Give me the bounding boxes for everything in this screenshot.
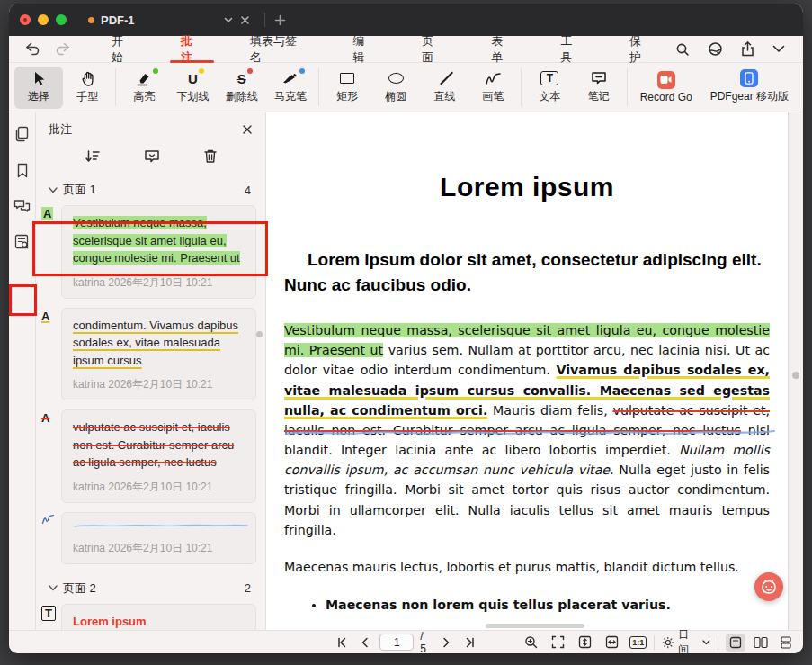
collapse-toolbar-chevron-icon[interactable]	[772, 45, 785, 53]
continuous-scroll-view-button[interactable]	[776, 634, 796, 652]
new-tab-button[interactable]	[271, 11, 290, 30]
ellipse-tool-button[interactable]: 椭圆	[371, 67, 420, 109]
chevron-down-icon	[702, 640, 710, 645]
tab-tools[interactable]: 工具	[537, 36, 606, 63]
highlight-annotation-icon: A	[41, 207, 53, 220]
strikeout-tool-button[interactable]: S 删除线	[218, 67, 266, 109]
fit-height-icon[interactable]	[576, 634, 593, 652]
highlight-tool-button[interactable]: 高亮	[120, 67, 168, 109]
fit-width-icon[interactable]	[602, 634, 620, 652]
globe-icon[interactable]	[708, 41, 723, 57]
tab-annotate[interactable]: 批注	[157, 36, 227, 63]
vertical-scrollbar-thumb[interactable]	[792, 372, 799, 379]
hand-tool-button[interactable]: 手型	[63, 67, 112, 109]
tab-home[interactable]: 开始	[88, 36, 157, 63]
pdf-page: Lorem ipsum Lorem ipsum dolor sit amet, …	[266, 112, 789, 630]
sidebar-rail	[9, 112, 36, 630]
text-box-icon: T	[540, 71, 558, 85]
zoom-window-button[interactable]	[56, 14, 67, 25]
panel-scrollbar-thumb[interactable]	[256, 331, 263, 337]
marker-tool-button[interactable]: 马克笔	[266, 67, 315, 109]
tab-fill-sign[interactable]: 填表与签名	[227, 36, 329, 63]
chevron-down-icon	[49, 585, 58, 591]
redo-button[interactable]	[55, 42, 70, 56]
record-go-button[interactable]: Record Go	[631, 67, 701, 109]
tab-page[interactable]: 页面	[398, 36, 468, 63]
minimize-window-button[interactable]	[38, 14, 49, 25]
panel-title: 批注	[49, 121, 72, 138]
line-tool-button[interactable]: 直线	[420, 67, 468, 109]
annotation-card-ink[interactable]: katrina 2026年2月10日 10:21	[61, 512, 256, 564]
fit-page-icon[interactable]	[549, 634, 567, 652]
panel-close-icon[interactable]	[242, 124, 253, 135]
marker-color-dot	[299, 68, 305, 74]
ai-assistant-button[interactable]	[754, 572, 783, 601]
pdfgear-window: PDF-1 开始 批注 填表与签名 编辑 页面	[9, 4, 803, 653]
document-title: Lorem ipsum	[284, 172, 770, 202]
single-page-view-button[interactable]	[726, 634, 745, 652]
text-tool-button[interactable]: T 文本	[525, 67, 574, 109]
marker-icon	[281, 70, 299, 86]
tab-protect[interactable]: 保护	[606, 36, 675, 63]
next-page-button[interactable]	[438, 634, 455, 652]
document-heading: Lorem ipsum dolor sit amet, consectetur …	[284, 247, 770, 297]
annotation-card-highlight[interactable]: Vestibulum neque massa, scelerisque sit …	[61, 205, 256, 299]
signature-panel-icon[interactable]	[13, 233, 31, 251]
annotation-card-underline[interactable]: condimentum. Vivamus dapibus sodales ex,…	[61, 308, 256, 401]
zoom-icon[interactable]	[522, 634, 540, 652]
horizontal-scrollbar-thumb[interactable]	[486, 624, 584, 628]
underline-annotation-icon: A	[41, 310, 49, 323]
two-page-view-button[interactable]	[751, 634, 771, 652]
document-paragraph: Maecenas mauris lectus, lobortis et puru…	[284, 560, 770, 574]
pen-icon	[485, 70, 502, 86]
first-page-button[interactable]	[333, 634, 350, 652]
pen-tool-button[interactable]: 画笔	[468, 67, 517, 109]
annotation-meta: katrina 2026年2月10日 10:21	[73, 377, 246, 392]
page-2-section-header[interactable]: 页面 2 2	[36, 573, 265, 602]
cursor-icon	[32, 70, 46, 86]
tab-close-icon[interactable]	[240, 15, 250, 25]
comment-filter-icon[interactable]	[144, 148, 160, 164]
rectangle-tool-button[interactable]: 矩形	[323, 67, 371, 109]
pdfgear-mobile-button[interactable]: PDFgear 移动版	[701, 67, 798, 109]
annotate-toolbar: 选择 手型 高亮 U 下划线 S	[9, 63, 803, 112]
note-tool-button[interactable]: 笔记	[575, 67, 623, 109]
tab-title: PDF-1	[101, 13, 217, 27]
annotation-card-text[interactable]: Lorem ipsum katrina 2026年2月10日 10:30	[61, 604, 256, 631]
tab-chevron-icon[interactable]	[223, 14, 234, 25]
toolbar-divider	[115, 68, 116, 106]
search-icon[interactable]	[675, 42, 690, 57]
document-tab[interactable]: PDF-1	[79, 4, 259, 36]
select-tool-button[interactable]: 选择	[14, 67, 63, 109]
view-mode-dropdown[interactable]: 日间	[662, 627, 710, 654]
unsaved-dot-icon	[88, 17, 94, 23]
tab-separator	[264, 13, 265, 27]
annotation-card-strikeout[interactable]: vulputate ac suscipit et, iaculis non es…	[61, 409, 256, 503]
sort-annotations-icon[interactable]	[85, 148, 101, 164]
previous-page-button[interactable]	[356, 634, 373, 652]
actual-size-button[interactable]: 1:1	[629, 636, 647, 649]
tab-form[interactable]: 表单	[468, 36, 537, 63]
bookmarks-icon[interactable]	[13, 161, 31, 179]
last-page-button[interactable]	[461, 634, 478, 652]
annotation-meta: katrina 2026年2月10日 10:21	[73, 480, 246, 495]
traffic-lights	[9, 14, 79, 25]
close-window-button[interactable]	[20, 14, 31, 25]
page-1-section-header[interactable]: 页面 1 4	[36, 175, 265, 203]
statusbar-divider	[654, 635, 655, 650]
undo-button[interactable]	[25, 42, 40, 56]
delete-annotation-icon[interactable]	[203, 148, 218, 164]
statusbar-divider	[718, 635, 718, 650]
status-bar: / 5 1:1 日间	[9, 630, 803, 653]
tab-edit[interactable]: 编辑	[329, 36, 398, 63]
strikeout-color-dot	[247, 68, 253, 74]
comments-icon[interactable]	[13, 197, 31, 215]
share-icon[interactable]	[741, 41, 754, 57]
highlight-color-dot	[153, 68, 158, 74]
underline-tool-button[interactable]: U 下划线	[168, 67, 217, 109]
document-viewport: Lorem ipsum Lorem ipsum dolor sit amet, …	[266, 112, 803, 630]
page-number-input[interactable]	[379, 634, 414, 651]
thumbnails-icon[interactable]	[13, 125, 31, 143]
text-annotation-icon: T	[41, 606, 56, 621]
sun-icon	[662, 636, 674, 649]
